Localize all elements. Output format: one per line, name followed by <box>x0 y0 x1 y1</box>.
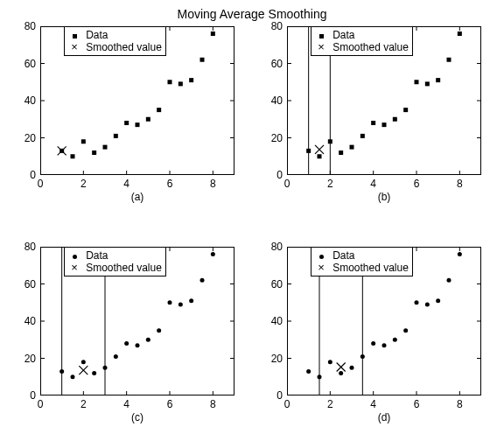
y-tick-label: 60 <box>262 278 283 290</box>
subplot-label: (a) <box>131 191 144 203</box>
legend: Data×Smoothed value <box>311 26 413 56</box>
data-marker <box>436 298 440 303</box>
data-marker <box>306 149 311 153</box>
square-icon <box>68 29 80 41</box>
x-tick-label: 0 <box>284 178 290 190</box>
data-marker <box>81 139 86 144</box>
dot-icon <box>68 249 80 262</box>
data-marker <box>403 328 408 332</box>
y-tick-label: 20 <box>15 132 36 144</box>
data-marker <box>318 374 322 379</box>
x-tick-label: 8 <box>457 398 463 410</box>
y-tick-label: 80 <box>262 20 283 32</box>
x-tick-label: 6 <box>414 398 420 410</box>
legend-data-label: Data <box>332 29 354 41</box>
subplot-label: (b) <box>378 191 391 203</box>
data-marker <box>211 252 215 256</box>
x-tick-label: 2 <box>327 398 333 410</box>
x-tick-label: 0 <box>38 398 44 410</box>
data-marker <box>415 80 419 84</box>
x-tick-label: 8 <box>457 178 463 190</box>
legend-data-label: Data <box>332 249 354 262</box>
x-tick-label: 4 <box>370 178 376 190</box>
x-icon: × <box>315 262 327 274</box>
x-tick-label: 6 <box>167 398 173 410</box>
panel-a: 02468020406080(a)Data×Smoothed value <box>40 26 234 175</box>
legend-smoothed-label: Smoothed value <box>86 41 162 53</box>
y-tick-label: 0 <box>15 169 36 181</box>
x-tick-label: 6 <box>167 178 173 190</box>
y-tick-label: 20 <box>262 132 283 144</box>
legend-data-label: Data <box>86 249 108 262</box>
panel-c: 02468020406080(c)Data×Smoothed value <box>40 247 234 396</box>
data-marker <box>124 121 129 125</box>
y-tick-label: 20 <box>15 353 36 365</box>
y-tick-label: 80 <box>262 241 283 253</box>
data-marker <box>360 134 365 138</box>
y-tick-label: 20 <box>262 353 283 365</box>
data-marker <box>382 343 387 347</box>
y-tick-label: 0 <box>15 389 36 402</box>
y-tick-label: 60 <box>15 278 36 290</box>
data-marker <box>178 81 183 86</box>
y-tick-label: 80 <box>15 20 36 32</box>
data-marker <box>415 300 419 304</box>
data-marker <box>157 328 161 332</box>
data-marker <box>328 360 332 364</box>
legend: Data×Smoothed value <box>64 26 166 56</box>
panel-d: 02468020406080(d)Data×Smoothed value <box>287 247 481 396</box>
data-marker <box>200 58 205 62</box>
data-marker <box>447 278 452 283</box>
data-marker <box>200 278 205 283</box>
subplot-label: (c) <box>131 411 144 424</box>
data-marker <box>81 360 86 364</box>
y-tick-label: 60 <box>15 58 36 70</box>
x-tick-label: 0 <box>38 178 44 190</box>
data-marker <box>403 108 408 112</box>
legend: Data×Smoothed value <box>64 247 166 276</box>
data-marker <box>306 369 311 374</box>
data-marker <box>124 341 129 346</box>
data-marker <box>436 78 440 82</box>
legend-smoothed-label: Smoothed value <box>332 262 409 274</box>
data-marker <box>189 78 193 82</box>
data-marker <box>146 117 150 122</box>
x-icon: × <box>68 41 80 53</box>
data-marker <box>103 145 108 150</box>
data-marker <box>371 341 375 346</box>
x-tick-label: 2 <box>80 178 87 190</box>
x-icon: × <box>315 41 327 53</box>
legend: Data×Smoothed value <box>311 247 413 276</box>
y-tick-label: 40 <box>262 94 283 107</box>
x-tick-label: 4 <box>370 398 376 410</box>
data-marker <box>157 108 161 112</box>
x-tick-label: 4 <box>123 178 130 190</box>
y-tick-label: 40 <box>262 315 283 327</box>
y-tick-label: 0 <box>262 389 283 402</box>
y-tick-label: 40 <box>15 315 36 327</box>
data-marker <box>136 122 140 127</box>
data-marker <box>425 302 430 306</box>
y-tick-label: 0 <box>262 169 283 181</box>
legend-smoothed-label: Smoothed value <box>86 262 162 274</box>
data-marker <box>425 81 430 86</box>
data-marker <box>168 300 172 304</box>
data-marker <box>92 371 96 375</box>
data-marker <box>178 302 183 306</box>
data-marker <box>458 252 462 256</box>
square-icon <box>315 29 327 41</box>
data-marker <box>318 154 322 158</box>
data-marker <box>371 121 375 125</box>
data-marker <box>382 122 387 127</box>
data-marker <box>393 117 397 122</box>
y-tick-label: 60 <box>262 58 283 70</box>
panel-b: 02468020406080(b)Data×Smoothed value <box>287 26 481 175</box>
legend-data-label: Data <box>86 29 108 41</box>
y-tick-label: 40 <box>15 94 36 107</box>
data-marker <box>328 139 332 144</box>
data-marker <box>350 366 354 370</box>
x-tick-label: 8 <box>210 398 216 410</box>
data-marker <box>71 374 75 379</box>
x-tick-label: 2 <box>327 178 333 190</box>
x-tick-label: 2 <box>80 398 87 410</box>
